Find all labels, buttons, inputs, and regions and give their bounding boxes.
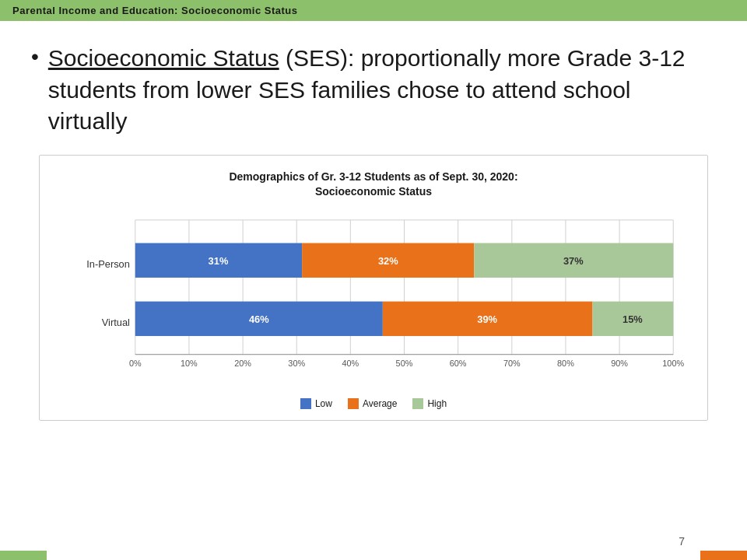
svg-text:50%: 50% <box>396 358 413 367</box>
svg-text:60%: 60% <box>450 358 467 367</box>
legend-label-high: High <box>427 398 447 409</box>
legend-color-average <box>348 398 359 409</box>
virtual-avg-label: 39% <box>477 313 497 325</box>
chart-svg-wrapper: 0% 10% 20% 30% 40% 50% 60% 70% 80% 90% 1… <box>58 212 689 392</box>
chart-container: Demographics of Gr. 3-12 Students as of … <box>39 155 708 421</box>
svg-text:80%: 80% <box>557 358 574 367</box>
chart-svg: 0% 10% 20% 30% 40% 50% 60% 70% 80% 90% 1… <box>58 212 689 389</box>
bullet-text: Socioeconomic Status (SES): proportional… <box>48 43 716 138</box>
legend-item-low: Low <box>300 398 332 409</box>
inperson-low-label: 31% <box>209 255 229 267</box>
svg-text:20%: 20% <box>234 358 251 367</box>
svg-text:10%: 10% <box>181 358 198 367</box>
bottom-bar-left <box>0 551 47 560</box>
chart-title: Demographics of Gr. 3-12 Students as of … <box>58 170 689 200</box>
bottom-bar-right <box>700 551 747 560</box>
svg-text:0%: 0% <box>129 358 142 367</box>
legend-label-average: Average <box>363 398 397 409</box>
header-title: Parental Income and Education: Socioecon… <box>12 5 297 16</box>
bullet-dot: • <box>31 46 39 68</box>
svg-text:Virtual: Virtual <box>102 317 130 328</box>
inperson-high-label: 37% <box>563 255 584 267</box>
svg-text:90%: 90% <box>611 358 628 367</box>
svg-text:30%: 30% <box>288 358 305 367</box>
header-bar: Parental Income and Education: Socioecon… <box>0 0 747 21</box>
legend-color-low <box>300 398 311 409</box>
bullet-underline-text: Socioeconomic Status <box>48 45 279 71</box>
main-content: • Socioeconomic Status (SES): proportion… <box>0 21 747 429</box>
legend-item-average: Average <box>348 398 397 409</box>
svg-text:40%: 40% <box>342 358 359 367</box>
chart-legend: Low Average High <box>58 398 689 409</box>
legend-item-high: High <box>412 398 447 409</box>
inperson-avg-label: 32% <box>378 255 398 267</box>
legend-label-low: Low <box>315 398 332 409</box>
bullet-section: • Socioeconomic Status (SES): proportion… <box>31 43 716 138</box>
svg-text:100%: 100% <box>662 358 684 367</box>
svg-text:In-Person: In-Person <box>86 258 130 270</box>
virtual-high-label: 15% <box>622 313 643 325</box>
legend-color-high <box>412 398 423 409</box>
svg-text:70%: 70% <box>503 358 521 367</box>
virtual-low-label: 46% <box>249 313 269 325</box>
page-number: 7 <box>679 535 685 548</box>
